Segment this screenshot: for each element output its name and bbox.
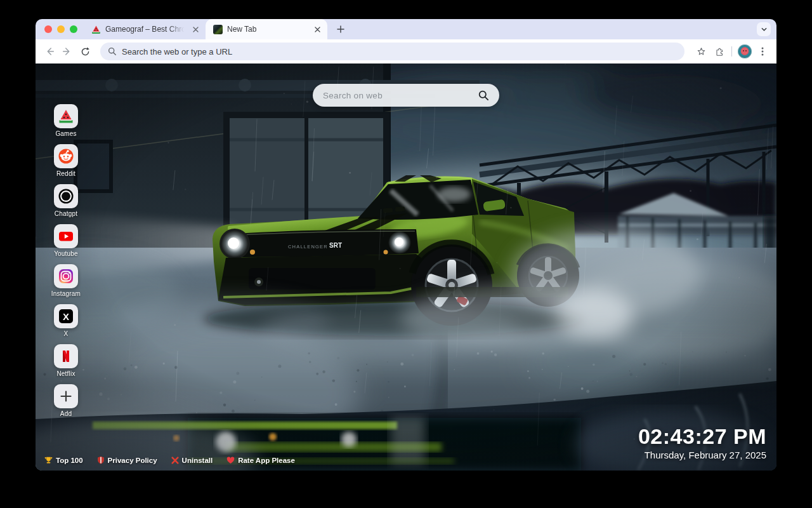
shortcut-netflix[interactable]: Netflix bbox=[54, 344, 78, 378]
uninstall-link[interactable]: Uninstall bbox=[171, 457, 213, 464]
shortcut-instagram[interactable]: Instagram bbox=[51, 264, 81, 298]
forward-button[interactable] bbox=[58, 43, 76, 60]
shortcut-label: Add bbox=[60, 410, 72, 418]
tab-new-tab[interactable]: New Tab bbox=[206, 19, 327, 39]
footer-links: Top 100 Privacy Policy Uninstall Rat bbox=[44, 456, 295, 464]
shield-icon bbox=[97, 456, 105, 464]
heart-icon bbox=[226, 457, 235, 464]
youtube-icon bbox=[58, 228, 74, 244]
web-search-input[interactable] bbox=[323, 91, 475, 100]
shortcut-chatgpt[interactable]: Chatgpt bbox=[54, 184, 78, 218]
tab-title: Gameograf – Best Chrome Liv bbox=[105, 25, 186, 34]
shortcut-label: Netflix bbox=[56, 370, 75, 378]
search-icon bbox=[478, 90, 489, 101]
watermelon-icon bbox=[91, 25, 101, 34]
new-tab-page: CHALLENGER SRT bbox=[36, 64, 776, 471]
zoom-window-button[interactable] bbox=[70, 25, 77, 33]
clock-time: 02:43:27 PM bbox=[638, 424, 766, 449]
top-100-link[interactable]: Top 100 bbox=[44, 456, 83, 464]
web-search-bar[interactable] bbox=[313, 84, 499, 107]
profile-avatar[interactable] bbox=[738, 44, 752, 58]
star-icon bbox=[696, 46, 707, 57]
menu-button[interactable] bbox=[754, 43, 771, 60]
shortcut-label: Youtube bbox=[54, 250, 78, 258]
address-input[interactable] bbox=[122, 47, 677, 57]
reddit-icon bbox=[58, 148, 74, 164]
shortcut-label: Reddit bbox=[56, 170, 75, 178]
shortcut-x[interactable]: X X bbox=[54, 304, 78, 338]
x-icon: X bbox=[58, 308, 74, 324]
svg-text:X: X bbox=[63, 311, 69, 322]
shortcut-reddit[interactable]: Reddit bbox=[54, 144, 78, 178]
tab-title: New Tab bbox=[227, 25, 308, 34]
back-button[interactable] bbox=[41, 43, 58, 60]
trophy-icon bbox=[44, 456, 53, 464]
toolbar-divider bbox=[731, 46, 732, 57]
reload-icon bbox=[80, 46, 91, 57]
footer-label: Privacy Policy bbox=[108, 457, 157, 464]
watermelon-icon bbox=[58, 108, 74, 124]
forward-arrow-icon bbox=[62, 46, 73, 57]
shortcut-label: Instagram bbox=[51, 290, 81, 298]
instagram-icon bbox=[58, 268, 74, 284]
puzzle-icon bbox=[714, 46, 724, 57]
shortcut-games[interactable]: Games bbox=[54, 104, 78, 138]
shortcut-sidebar: Games Reddit bbox=[42, 104, 90, 424]
bookmark-button[interactable] bbox=[692, 43, 710, 60]
shortcut-label: Games bbox=[55, 130, 76, 138]
shortcut-label: X bbox=[64, 330, 69, 338]
tab-close-icon[interactable] bbox=[190, 24, 200, 34]
close-window-button[interactable] bbox=[44, 25, 52, 33]
three-dot-icon bbox=[758, 46, 767, 57]
tab-search-button[interactable] bbox=[757, 22, 771, 36]
traffic-lights bbox=[36, 25, 84, 33]
chatgpt-icon bbox=[58, 188, 74, 204]
privacy-policy-link[interactable]: Privacy Policy bbox=[97, 456, 157, 464]
plus-icon bbox=[59, 389, 73, 403]
browser-toolbar bbox=[36, 39, 776, 64]
car-wallpaper: CHALLENGER SRT bbox=[36, 64, 776, 471]
reload-button[interactable] bbox=[76, 43, 94, 60]
rate-app-link[interactable]: Rate App Please bbox=[226, 457, 295, 464]
minimize-window-button[interactable] bbox=[57, 25, 65, 33]
chevron-down-icon bbox=[761, 26, 768, 33]
footer-label: Rate App Please bbox=[238, 457, 295, 464]
red-x-icon bbox=[171, 457, 179, 464]
back-arrow-icon bbox=[44, 46, 55, 57]
tab-gameograf[interactable]: Gameograf – Best Chrome Liv bbox=[84, 19, 206, 39]
shortcut-add[interactable]: Add bbox=[54, 384, 78, 418]
clock-date: Thursday, February 27, 2025 bbox=[638, 450, 766, 460]
tab-close-icon[interactable] bbox=[312, 24, 322, 34]
new-tab-button[interactable] bbox=[332, 21, 349, 37]
footer-label: Uninstall bbox=[182, 457, 213, 464]
netflix-icon bbox=[58, 348, 74, 364]
omnibox[interactable] bbox=[100, 43, 684, 60]
plus-icon bbox=[337, 25, 344, 33]
browser-window: Gameograf – Best Chrome Liv New Tab bbox=[36, 19, 776, 471]
wallpaper-thumbnail-icon bbox=[213, 25, 223, 34]
shortcut-label: Chatgpt bbox=[55, 210, 77, 218]
search-submit-button[interactable] bbox=[475, 87, 492, 104]
extensions-button[interactable] bbox=[710, 43, 728, 60]
search-icon bbox=[108, 47, 117, 56]
clock-widget: 02:43:27 PM Thursday, February 27, 2025 bbox=[638, 424, 766, 460]
shortcut-youtube[interactable]: Youtube bbox=[54, 224, 78, 258]
tab-strip: Gameograf – Best Chrome Liv New Tab bbox=[36, 19, 776, 39]
footer-label: Top 100 bbox=[56, 457, 83, 464]
